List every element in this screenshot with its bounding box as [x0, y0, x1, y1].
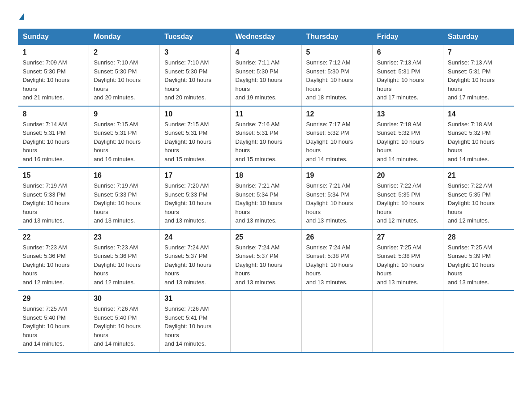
day-info: Sunrise: 7:25 AMSunset: 5:40 PMDaylight:… — [23, 304, 85, 348]
day-number: 14 — [448, 110, 510, 118]
day-info: Sunrise: 7:19 AMSunset: 5:33 PMDaylight:… — [94, 181, 155, 225]
day-info: Sunrise: 7:25 AMSunset: 5:39 PMDaylight:… — [448, 243, 510, 287]
day-cell: 27 Sunrise: 7:25 AMSunset: 5:38 PMDaylig… — [372, 229, 443, 291]
day-cell: 15 Sunrise: 7:19 AMSunset: 5:33 PMDaylig… — [18, 167, 89, 229]
day-info: Sunrise: 7:24 AMSunset: 5:38 PMDaylight:… — [306, 243, 368, 287]
day-number: 11 — [235, 110, 296, 118]
day-number: 8 — [23, 110, 85, 118]
day-number: 7 — [448, 48, 510, 56]
day-cell: 25 Sunrise: 7:24 AMSunset: 5:37 PMDaylig… — [231, 229, 301, 291]
day-info: Sunrise: 7:24 AMSunset: 5:37 PMDaylight:… — [164, 243, 226, 287]
day-cell: 13 Sunrise: 7:18 AMSunset: 5:32 PMDaylig… — [372, 106, 443, 168]
day-number: 25 — [235, 233, 296, 241]
day-number: 6 — [377, 48, 438, 56]
day-number: 9 — [94, 110, 155, 118]
day-cell: 10 Sunrise: 7:15 AMSunset: 5:31 PMDaylig… — [160, 106, 231, 168]
day-cell: 5 Sunrise: 7:12 AMSunset: 5:30 PMDayligh… — [301, 45, 372, 106]
day-cell: 28 Sunrise: 7:25 AMSunset: 5:39 PMDaylig… — [443, 229, 514, 291]
day-cell — [301, 291, 372, 352]
day-info: Sunrise: 7:13 AMSunset: 5:31 PMDaylight:… — [377, 58, 438, 102]
logo — [18, 13, 24, 20]
day-cell: 18 Sunrise: 7:21 AMSunset: 5:34 PMDaylig… — [231, 167, 301, 229]
day-number: 21 — [448, 171, 510, 180]
day-info: Sunrise: 7:25 AMSunset: 5:38 PMDaylight:… — [377, 243, 438, 287]
day-number: 2 — [94, 48, 155, 56]
day-number: 10 — [164, 110, 226, 118]
day-info: Sunrise: 7:26 AMSunset: 5:41 PMDaylight:… — [164, 304, 226, 348]
day-number: 15 — [23, 171, 85, 180]
day-info: Sunrise: 7:23 AMSunset: 5:36 PMDaylight:… — [94, 243, 155, 287]
day-number: 22 — [23, 233, 85, 241]
day-cell: 31 Sunrise: 7:26 AMSunset: 5:41 PMDaylig… — [160, 291, 231, 352]
header-saturday: Saturday — [443, 29, 514, 45]
day-cell — [443, 291, 514, 352]
day-number: 17 — [164, 171, 226, 180]
logo-triangle-icon — [19, 13, 24, 20]
day-number: 28 — [448, 233, 510, 241]
day-info: Sunrise: 7:20 AMSunset: 5:33 PMDaylight:… — [164, 181, 226, 225]
calendar-table: SundayMondayTuesdayWednesdayThursdayFrid… — [18, 29, 514, 353]
day-number: 26 — [306, 233, 368, 241]
day-number: 18 — [235, 171, 296, 180]
day-cell: 11 Sunrise: 7:16 AMSunset: 5:31 PMDaylig… — [231, 106, 301, 168]
day-cell: 8 Sunrise: 7:14 AMSunset: 5:31 PMDayligh… — [18, 106, 89, 168]
day-info: Sunrise: 7:18 AMSunset: 5:32 PMDaylight:… — [448, 120, 510, 164]
day-number: 4 — [235, 48, 296, 56]
day-cell: 26 Sunrise: 7:24 AMSunset: 5:38 PMDaylig… — [301, 229, 372, 291]
day-number: 12 — [306, 110, 368, 118]
day-cell: 16 Sunrise: 7:19 AMSunset: 5:33 PMDaylig… — [89, 167, 160, 229]
header-thursday: Thursday — [301, 29, 372, 45]
day-cell: 4 Sunrise: 7:11 AMSunset: 5:30 PMDayligh… — [231, 45, 301, 106]
day-number: 13 — [377, 110, 438, 118]
day-cell: 14 Sunrise: 7:18 AMSunset: 5:32 PMDaylig… — [443, 106, 514, 168]
day-info: Sunrise: 7:15 AMSunset: 5:31 PMDaylight:… — [94, 120, 155, 164]
day-cell: 1 Sunrise: 7:09 AMSunset: 5:30 PMDayligh… — [18, 45, 89, 106]
day-cell: 30 Sunrise: 7:26 AMSunset: 5:40 PMDaylig… — [89, 291, 160, 352]
week-row-1: 1 Sunrise: 7:09 AMSunset: 5:30 PMDayligh… — [18, 45, 514, 106]
header-wednesday: Wednesday — [231, 29, 301, 45]
day-info: Sunrise: 7:22 AMSunset: 5:35 PMDaylight:… — [377, 181, 438, 225]
day-cell: 2 Sunrise: 7:10 AMSunset: 5:30 PMDayligh… — [89, 45, 160, 106]
day-cell: 6 Sunrise: 7:13 AMSunset: 5:31 PMDayligh… — [372, 45, 443, 106]
day-number: 1 — [23, 48, 85, 56]
header-sunday: Sunday — [18, 29, 89, 45]
day-number: 29 — [23, 295, 85, 303]
day-number: 30 — [94, 295, 155, 303]
day-cell — [231, 291, 301, 352]
day-number: 5 — [306, 48, 368, 56]
day-info: Sunrise: 7:24 AMSunset: 5:37 PMDaylight:… — [235, 243, 296, 287]
day-info: Sunrise: 7:10 AMSunset: 5:30 PMDaylight:… — [94, 58, 155, 102]
day-number: 3 — [164, 48, 226, 56]
day-info: Sunrise: 7:22 AMSunset: 5:35 PMDaylight:… — [448, 181, 510, 225]
day-info: Sunrise: 7:19 AMSunset: 5:33 PMDaylight:… — [23, 181, 85, 225]
day-cell: 7 Sunrise: 7:13 AMSunset: 5:31 PMDayligh… — [443, 45, 514, 106]
day-info: Sunrise: 7:15 AMSunset: 5:31 PMDaylight:… — [164, 120, 226, 164]
day-info: Sunrise: 7:26 AMSunset: 5:40 PMDaylight:… — [94, 304, 155, 348]
header-row: SundayMondayTuesdayWednesdayThursdayFrid… — [18, 29, 514, 45]
day-info: Sunrise: 7:21 AMSunset: 5:34 PMDaylight:… — [306, 181, 368, 225]
day-number: 16 — [94, 171, 155, 180]
day-info: Sunrise: 7:12 AMSunset: 5:30 PMDaylight:… — [306, 58, 368, 102]
day-info: Sunrise: 7:23 AMSunset: 5:36 PMDaylight:… — [23, 243, 85, 287]
day-cell: 19 Sunrise: 7:21 AMSunset: 5:34 PMDaylig… — [301, 167, 372, 229]
day-cell: 3 Sunrise: 7:10 AMSunset: 5:30 PMDayligh… — [160, 45, 231, 106]
day-number: 24 — [164, 233, 226, 241]
day-info: Sunrise: 7:11 AMSunset: 5:30 PMDaylight:… — [235, 58, 296, 102]
day-cell — [372, 291, 443, 352]
day-number: 19 — [306, 171, 368, 180]
day-cell: 9 Sunrise: 7:15 AMSunset: 5:31 PMDayligh… — [89, 106, 160, 168]
day-info: Sunrise: 7:18 AMSunset: 5:32 PMDaylight:… — [377, 120, 438, 164]
day-info: Sunrise: 7:13 AMSunset: 5:31 PMDaylight:… — [448, 58, 510, 102]
header-friday: Friday — [372, 29, 443, 45]
day-cell: 21 Sunrise: 7:22 AMSunset: 5:35 PMDaylig… — [443, 167, 514, 229]
day-cell: 29 Sunrise: 7:25 AMSunset: 5:40 PMDaylig… — [18, 291, 89, 352]
day-cell: 23 Sunrise: 7:23 AMSunset: 5:36 PMDaylig… — [89, 229, 160, 291]
header-monday: Monday — [89, 29, 160, 45]
day-cell: 24 Sunrise: 7:24 AMSunset: 5:37 PMDaylig… — [160, 229, 231, 291]
day-number: 23 — [94, 233, 155, 241]
header-tuesday: Tuesday — [160, 29, 231, 45]
day-number: 20 — [377, 171, 438, 180]
day-info: Sunrise: 7:17 AMSunset: 5:32 PMDaylight:… — [306, 120, 368, 164]
day-cell: 22 Sunrise: 7:23 AMSunset: 5:36 PMDaylig… — [18, 229, 89, 291]
week-row-4: 22 Sunrise: 7:23 AMSunset: 5:36 PMDaylig… — [18, 229, 514, 291]
